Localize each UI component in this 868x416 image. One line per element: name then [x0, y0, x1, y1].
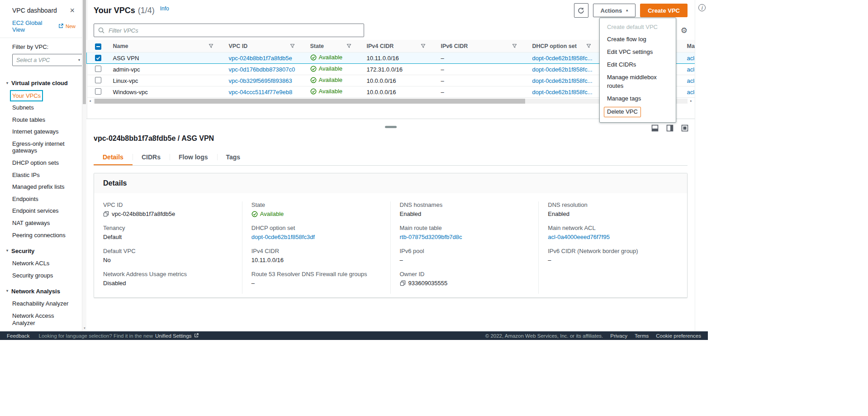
filter-funnel-icon[interactable]	[290, 43, 295, 50]
sidebar-item-subnets[interactable]: Subnets	[0, 102, 82, 114]
column-header-main-network-acl[interactable]: Mai	[683, 40, 695, 53]
actions-button[interactable]: Actions ▴	[593, 4, 636, 17]
sidebar-item-security-groups[interactable]: Security groups	[0, 269, 82, 282]
row-checkbox[interactable]	[95, 55, 101, 61]
row-checkbox[interactable]	[95, 66, 101, 72]
sidebar-item-elastic-ips[interactable]: Elastic IPs	[0, 169, 82, 181]
dhcp-option-set-link[interactable]: dopt-0cde62b1f858fc...	[532, 77, 593, 84]
sidebar-item-managed-prefix-lists[interactable]: Managed prefix lists	[0, 181, 82, 193]
sidebar-item-endpoint-services[interactable]: Endpoint services	[0, 205, 82, 217]
sidebar-item-network-acls[interactable]: Network ACLs	[0, 258, 82, 270]
section-security[interactable]: ▾ Security	[0, 241, 82, 258]
row-checkbox[interactable]	[95, 77, 101, 83]
privacy-link[interactable]: Privacy	[610, 333, 627, 339]
dhcp-option-set-link[interactable]: dopt-0cde62b1f858fc...	[532, 55, 593, 62]
main-network-acl-link[interactable]: acl-0a4000eeed76f7f95	[548, 234, 610, 240]
sidebar-item-internet-gateways[interactable]: Internet gateways	[0, 126, 82, 138]
sidebar-item-route-tables[interactable]: Route tables	[0, 114, 82, 126]
scroll-right-icon[interactable]: ►	[688, 100, 695, 102]
ec2-global-view-link[interactable]: EC2 Global View	[12, 19, 56, 33]
check-circle-icon	[310, 88, 317, 95]
tab-flow-logs[interactable]: Flow logs	[170, 150, 217, 165]
section-network-analysis[interactable]: ▾ Network Analysis	[0, 282, 82, 298]
menu-item-create-flow-log[interactable]: Create flow log	[600, 33, 676, 46]
sidebar-item-egress-only-internet-gateways[interactable]: Egress-only internet gateways	[0, 138, 82, 157]
main-network-acl-link[interactable]: acl-0...	[687, 55, 695, 62]
panel-position-side-icon[interactable]	[666, 124, 674, 132]
cookie-preferences-link[interactable]: Cookie preferences	[656, 333, 701, 339]
search-icon	[98, 27, 104, 35]
column-header-name[interactable]: Name	[109, 40, 225, 53]
tab-tags[interactable]: Tags	[217, 150, 250, 165]
gear-icon[interactable]: ⚙	[681, 26, 688, 35]
vpc-id-link[interactable]: vpc-024b8bb1f7a8fdb5e	[229, 55, 292, 62]
main-network-acl-link[interactable]: acl-...	[687, 66, 695, 73]
scrollbar-thumb[interactable]	[95, 99, 525, 104]
tab-details[interactable]: Details	[94, 150, 133, 165]
column-header-ipv4-cidr[interactable]: IPv4 CIDR	[363, 40, 437, 53]
row-checkbox[interactable]	[95, 88, 101, 95]
menu-item-edit-cidrs[interactable]: Edit CIDRs	[600, 59, 676, 72]
tab-cidrs[interactable]: CIDRs	[133, 150, 170, 165]
refresh-button[interactable]	[574, 3, 588, 18]
sidebar-item-your-vpcs[interactable]: Your VPCs	[0, 90, 82, 102]
filter-funnel-icon[interactable]	[512, 43, 517, 50]
external-link-icon	[58, 23, 63, 30]
menu-item-edit-vpc-settings[interactable]: Edit VPC settings	[600, 46, 676, 59]
column-header-state[interactable]: State	[307, 40, 363, 53]
terms-link[interactable]: Terms	[635, 333, 649, 339]
main-route-table-link[interactable]: rtb-07875d3209bfb7d8c	[400, 234, 462, 240]
vpc-select[interactable]: Select a VPC ▾	[12, 54, 82, 66]
detail-tabs: Details CIDRs Flow logs Tags	[94, 150, 688, 166]
sidebar-item-network-access-analyzer[interactable]: Network Access Analyzer	[0, 310, 82, 329]
copy-icon[interactable]	[103, 211, 109, 217]
info-link[interactable]: Info	[160, 5, 169, 12]
split-panel-drag-handle[interactable]	[385, 126, 397, 128]
filter-funnel-icon[interactable]	[421, 43, 426, 50]
column-header-ipv6-cidr[interactable]: IPv6 CIDR	[437, 40, 529, 53]
select-all-checkbox[interactable]	[95, 43, 101, 50]
main-network-acl-link[interactable]: acl-...	[687, 89, 695, 96]
dhcp-option-set-link[interactable]: dopt-0cde62b1f858fc3df	[251, 234, 315, 240]
sidebar-item-nat-gateways[interactable]: NAT gateways	[0, 217, 82, 230]
refresh-icon	[578, 7, 584, 14]
filter-funnel-icon[interactable]	[209, 43, 213, 50]
dhcp-option-set-link[interactable]: dopt-0cde62b1f858fc...	[532, 66, 593, 73]
sidebar-item-dhcp-option-sets[interactable]: DHCP option sets	[0, 157, 82, 169]
close-icon[interactable]: ×	[70, 6, 75, 14]
main-network-acl-link[interactable]: acl-...	[687, 77, 695, 84]
unified-settings-link[interactable]: Unified Settings	[155, 333, 192, 339]
vpc-id-link[interactable]: vpc-0b329f5695f893863	[229, 77, 292, 84]
create-vpc-button[interactable]: Create VPC	[640, 4, 688, 17]
sidebar-item-endpoints[interactable]: Endpoints	[0, 193, 82, 205]
column-header-vpc-id[interactable]: VPC ID	[225, 40, 307, 53]
section-virtual-private-cloud[interactable]: ▾ Virtual private cloud	[0, 73, 82, 90]
copy-icon[interactable]	[400, 280, 406, 286]
scrollbar-thumb[interactable]	[83, 0, 86, 104]
details-column: VPC ID vpc-024b8bb1f7a8fdb5e Tenancy Def…	[94, 201, 242, 294]
panel-position-bottom-icon[interactable]	[651, 124, 659, 132]
caret-up-icon: ▴	[626, 9, 628, 12]
vpc-id-link[interactable]: vpc-04ccc5114f77e9eb8	[229, 89, 293, 96]
filter-funnel-icon[interactable]	[586, 43, 591, 50]
new-badge: New	[66, 24, 76, 29]
sidebar-item-peering-connections[interactable]: Peering connections	[0, 229, 82, 241]
chevron-down-icon: ▾	[6, 289, 8, 293]
scroll-left-icon[interactable]: ◄	[86, 100, 94, 102]
actions-dropdown-menu: Create default VPC Create flow log Edit …	[599, 18, 676, 123]
sidebar-item-reachability-analyzer[interactable]: Reachability Analyzer	[0, 298, 82, 310]
sidebar: VPC dashboard × EC2 Global View New Filt…	[0, 0, 82, 331]
menu-item-manage-tags[interactable]: Manage tags	[600, 92, 676, 105]
vpc-id-link[interactable]: vpc-0d176bdbb873807c0	[229, 66, 295, 73]
menu-item-manage-middlebox-routes[interactable]: Manage middlebox routes	[600, 71, 676, 92]
scrollbar-track[interactable]	[94, 99, 688, 104]
details-column: State Available DHCP option set dopt-0cd…	[242, 201, 391, 294]
filter-funnel-icon[interactable]	[346, 43, 351, 50]
column-header-dhcp-option-set[interactable]: DHCP option set	[529, 40, 603, 53]
panel-maximize-icon[interactable]	[681, 124, 688, 132]
feedback-link[interactable]: Feedback	[7, 333, 30, 339]
dhcp-option-set-link[interactable]: dopt-0cde62b1f858fc...	[532, 89, 593, 96]
menu-item-delete-vpc[interactable]: Delete VPC	[600, 105, 676, 120]
info-icon[interactable]: i	[698, 4, 706, 11]
filter-vpcs-input[interactable]	[94, 24, 364, 37]
